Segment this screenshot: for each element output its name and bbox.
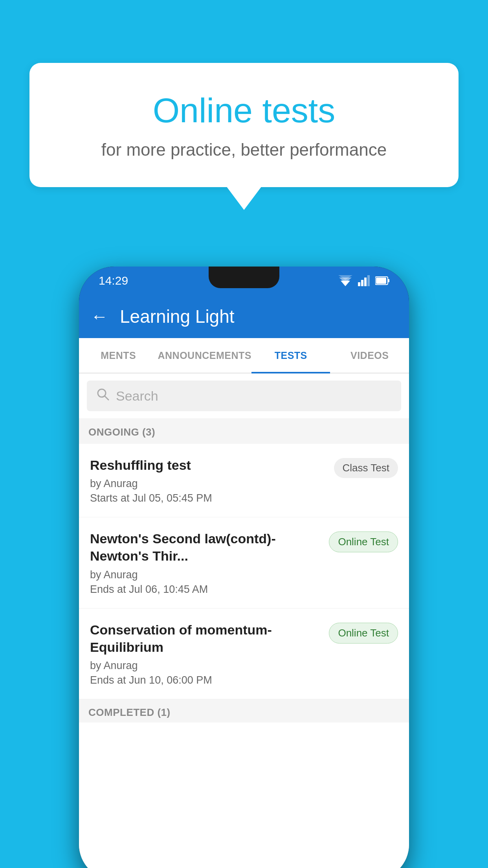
tests-list: Reshuffling test by Anurag Starts at Jul…: [79, 444, 409, 868]
search-icon: [96, 388, 110, 404]
svg-line-11: [105, 396, 108, 400]
search-bar[interactable]: Search: [87, 381, 401, 411]
wifi-icon: [338, 275, 352, 286]
test-date-3: Ends at Jun 10, 06:00 PM: [90, 674, 323, 686]
ongoing-section-header: ONGOING (3): [79, 418, 409, 444]
battery-icon: [375, 276, 389, 285]
svg-rect-8: [388, 279, 389, 282]
app-bar: ← Learning Light: [79, 295, 409, 338]
ongoing-label: ONGOING (3): [88, 426, 155, 438]
test-name-2: Newton's Second law(contd)-Newton's Thir…: [90, 530, 323, 565]
test-info-1: Reshuffling test by Anurag Starts at Jul…: [90, 456, 328, 504]
tab-tests[interactable]: TESTS: [251, 338, 330, 373]
svg-rect-6: [367, 275, 370, 286]
status-time: 14:29: [99, 274, 128, 287]
phone-notch: [209, 267, 279, 288]
svg-rect-5: [364, 278, 367, 286]
back-button[interactable]: ←: [91, 307, 108, 326]
test-badge-3: Online Test: [329, 623, 398, 644]
tab-bar: MENTS ANNOUNCEMENTS TESTS VIDEOS: [79, 338, 409, 373]
phone-frame: 14:29 ← Learning Li: [79, 267, 409, 868]
svg-rect-9: [376, 278, 386, 284]
speech-bubble: Online tests for more practice, better p…: [29, 63, 459, 187]
speech-bubble-container: Online tests for more practice, better p…: [29, 63, 459, 210]
search-container: Search: [79, 373, 409, 418]
phone-content: Search ONGOING (3) Reshuffling test by A…: [79, 373, 409, 868]
signal-icon: [358, 275, 370, 286]
svg-rect-3: [358, 282, 360, 286]
test-info-3: Conservation of momentum-Equilibrium by …: [90, 621, 323, 686]
test-date-2: Ends at Jul 06, 10:45 AM: [90, 583, 323, 596]
status-bar: 14:29: [79, 267, 409, 295]
status-icons: [338, 275, 389, 286]
test-info-2: Newton's Second law(contd)-Newton's Thir…: [90, 530, 323, 595]
speech-bubble-subtitle: for more practice, better performance: [61, 140, 427, 160]
test-item[interactable]: Conservation of momentum-Equilibrium by …: [79, 609, 409, 699]
svg-rect-4: [361, 280, 363, 286]
test-date-1: Starts at Jul 05, 05:45 PM: [90, 492, 328, 504]
test-badge-2: Online Test: [329, 531, 398, 552]
test-by-1: by Anurag: [90, 478, 328, 490]
speech-bubble-title: Online tests: [61, 90, 427, 131]
search-placeholder: Search: [116, 388, 158, 404]
test-name-1: Reshuffling test: [90, 456, 328, 474]
test-item[interactable]: Reshuffling test by Anurag Starts at Jul…: [79, 444, 409, 517]
tab-ments[interactable]: MENTS: [79, 338, 158, 373]
completed-section-header: COMPLETED (1): [79, 699, 409, 723]
test-badge-1: Class Test: [334, 458, 398, 478]
test-by-3: by Anurag: [90, 660, 323, 672]
test-item[interactable]: Newton's Second law(contd)-Newton's Thir…: [79, 517, 409, 608]
app-bar-title: Learning Light: [120, 306, 235, 327]
test-name-3: Conservation of momentum-Equilibrium: [90, 621, 323, 656]
tab-videos[interactable]: VIDEOS: [330, 338, 409, 373]
speech-bubble-arrow: [226, 186, 262, 210]
tab-announcements[interactable]: ANNOUNCEMENTS: [158, 338, 251, 373]
test-by-2: by Anurag: [90, 569, 323, 581]
completed-label: COMPLETED (1): [88, 706, 171, 718]
